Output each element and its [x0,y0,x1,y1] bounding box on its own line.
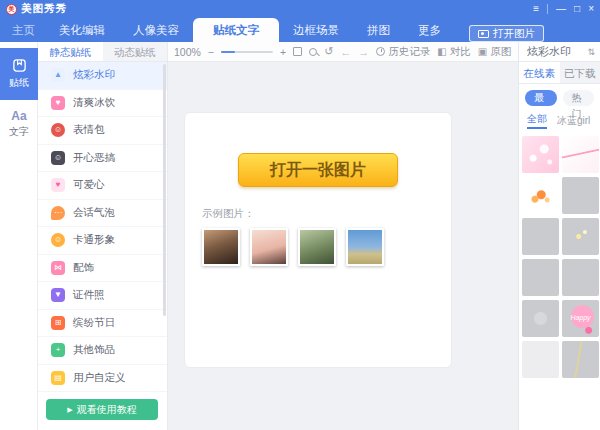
collapse-panel-icon[interactable]: ⇅ [587,47,595,57]
crop-icon[interactable] [293,47,302,56]
sticker-tile-happy-pink[interactable]: Happy [562,300,599,337]
category-item-ice-drink[interactable]: ♥ 清爽冰饮 [38,90,167,118]
sticker-tile[interactable] [562,177,599,214]
sample-portrait-woman[interactable] [250,228,288,266]
sticker-tile-pink-floral[interactable] [522,136,559,173]
prank-face-icon: ☺ [51,151,65,165]
category-item-other[interactable]: + 其他饰品 [38,337,167,365]
zoom-in-button[interactable]: + [280,46,286,58]
watermark-icon: ▲ [51,68,65,82]
tutorial-button[interactable]: ▶ 观看使用教程 [46,399,158,420]
history-label: 历史记录 [388,45,430,59]
left-rail: 贴纸 Aa 文字 [0,42,38,430]
tab-animated-stickers[interactable]: 动态贴纸 [103,42,168,61]
rotate-icon[interactable]: ↺ [324,46,333,57]
nav-tab-portrait[interactable]: 人像美容 [119,18,193,42]
zoom-level: 100% [174,46,201,58]
category-label: 用户自定义 [73,371,126,385]
compare-label: 对比 [450,45,471,59]
category-item-cartoon[interactable]: ☺ 卡通形象 [38,227,167,255]
category-item-prank[interactable]: ☺ 开心恶搞 [38,145,167,173]
category-list: ▲ 炫彩水印 ♥ 清爽冰饮 ☺ 表情包 ☺ 开心恶搞 ♥ 可爱心 ⋯ 会话气泡 … [38,62,167,402]
category-item-custom[interactable]: ▤ 用户自定义 [38,365,167,393]
compare-button[interactable]: ◧ 对比 [437,45,470,59]
speech-bubble-icon: ⋯ [51,206,65,220]
pill-newest[interactable]: 最新 [525,90,557,106]
sticker-tile-yellow-sparkle[interactable] [562,218,599,255]
sticker-tile[interactable] [562,259,599,296]
nav-tab-stickers-text[interactable]: 贴纸文字 [193,18,279,42]
other-items-icon: + [51,343,65,357]
original-button[interactable]: ▣ 原图 [478,45,511,59]
text-aa-icon: Aa [11,110,26,122]
tag-ice-blue-girl[interactable]: 冰蓝girl [557,114,590,128]
menu-icon[interactable]: ≡ [533,4,539,14]
open-image-button[interactable]: 打开图片 [469,25,544,42]
history-button[interactable]: 历史记录 [376,45,430,59]
sticker-tile-orange-dots[interactable] [522,177,559,214]
category-label: 可爱心 [73,178,105,192]
sticker-grid: Happy [519,133,600,378]
sticker-tile[interactable] [522,300,559,337]
materials-title: 炫彩水印 [527,44,571,59]
zoom-slider[interactable] [221,47,273,57]
tab-online-materials[interactable]: 在线素材 [519,62,560,83]
category-label: 卡通形象 [73,233,115,247]
category-item-festival[interactable]: ⊞ 缤纷节日 [38,310,167,338]
zoom-out-button[interactable]: − [208,46,214,58]
sample-beach-landscape[interactable] [346,228,384,266]
nav-tab-collage[interactable]: 拼图 [353,18,404,42]
materials-tabs: 在线素材 已下载 [519,62,600,84]
category-label: 开心恶搞 [73,151,115,165]
sticker-tile[interactable] [522,341,559,378]
play-icon: ▶ [67,406,72,413]
tag-all[interactable]: 全部 [527,112,547,129]
app-logo-icon: 美 [6,4,17,15]
category-item-meme[interactable]: ☺ 表情包 [38,117,167,145]
sticker-tile-pink-line[interactable] [562,136,599,173]
redo-icon[interactable]: → [358,46,369,58]
nav-tab-frames[interactable]: 边框场景 [279,18,353,42]
sample-child-green[interactable] [298,228,336,266]
tab-static-stickers[interactable]: 静态贴纸 [38,42,103,61]
sample-portrait-brunette[interactable] [202,228,240,266]
sticker-tile[interactable] [522,218,559,255]
minimize-button[interactable]: — [556,4,566,14]
original-label: 原图 [490,45,511,59]
category-item-hearts[interactable]: ♥ 可爱心 [38,172,167,200]
category-label: 配饰 [73,261,94,275]
rail-item-text[interactable]: Aa 文字 [0,100,38,148]
close-button[interactable]: × [588,4,594,14]
rail-stickers-label: 贴纸 [9,76,29,90]
materials-panel: 炫彩水印 ⇅ 在线素材 已下载 最新 热门 全部 冰蓝girl Happy [518,42,600,430]
festival-gift-icon: ⊞ [51,316,65,330]
zoom-slider-fill [221,51,235,54]
nav-tab-more[interactable]: 更多 [404,18,455,42]
open-a-picture-button[interactable]: 打开一张图片 [238,153,398,187]
open-image-card: 打开一张图片 示例图片： [184,112,452,368]
sticker-tile-yellow-line[interactable] [562,341,599,378]
original-image-icon: ▣ [478,47,487,57]
sticker-tile[interactable] [522,259,559,296]
sort-pills: 最新 热门 [519,84,600,110]
cartoon-face-icon: ☺ [51,233,65,247]
undo-icon[interactable]: ← [340,46,351,58]
title-bar: 美 美图秀秀 ≡ — □ × [0,0,600,18]
materials-header: 炫彩水印 ⇅ [519,42,600,62]
magnifier-icon[interactable] [309,48,317,56]
category-label: 表情包 [73,123,105,137]
category-item-speech-bubbles[interactable]: ⋯ 会话气泡 [38,200,167,228]
pill-hottest[interactable]: 热门 [563,90,595,106]
category-item-id-photo[interactable]: ▼ 证件照 [38,282,167,310]
category-scrollbar[interactable] [163,64,166,316]
tab-downloaded[interactable]: 已下载 [560,62,600,83]
nav-tab-home[interactable]: 主页 [2,18,45,42]
nav-tab-beautify[interactable]: 美化编辑 [45,18,119,42]
rail-item-stickers[interactable]: 贴纸 [0,48,38,100]
maximize-button[interactable]: □ [574,4,580,14]
category-item-watermark[interactable]: ▲ 炫彩水印 [38,62,167,90]
main-nav: 主页 美化编辑 人像美容 贴纸文字 边框场景 拼图 更多 打开图片 [0,18,600,42]
category-item-accessories[interactable]: ⋈ 配饰 [38,255,167,283]
custom-folder-icon: ▤ [51,371,65,385]
tutorial-label: 观看使用教程 [77,403,137,417]
